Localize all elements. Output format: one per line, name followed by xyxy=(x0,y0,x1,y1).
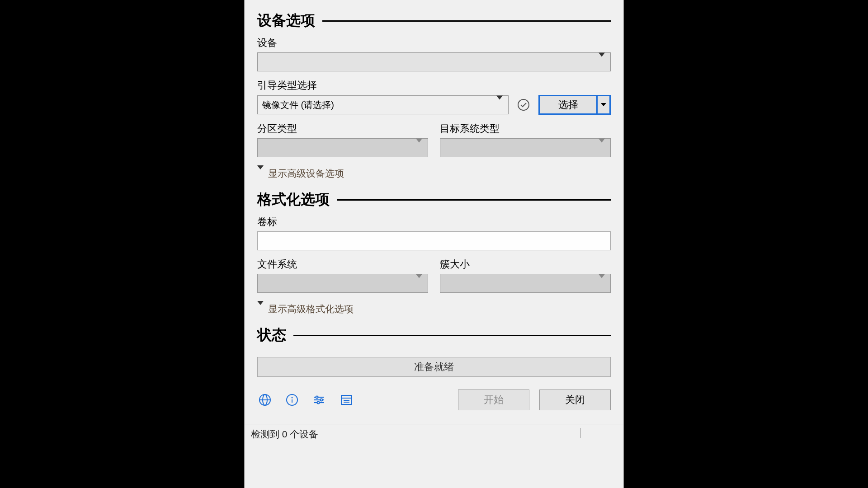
chevron-down-icon xyxy=(599,143,605,153)
volume-label: 卷标 xyxy=(257,215,611,229)
device-label: 设备 xyxy=(257,36,611,50)
chevron-down-icon xyxy=(599,57,605,67)
check-circle-icon[interactable] xyxy=(516,97,531,113)
status-bar: 准备就绪 xyxy=(257,357,611,377)
format-section-header: 格式化选项 xyxy=(257,190,611,210)
boot-type-value: 镜像文件 (请选择) xyxy=(262,99,334,111)
device-section-title: 设备选项 xyxy=(257,11,315,31)
close-button-label: 关闭 xyxy=(565,393,585,407)
chevron-down-icon xyxy=(416,143,422,153)
status-text: 准备就绪 xyxy=(414,360,454,374)
partition-target-row: 分区类型 目标系统类型 xyxy=(257,122,611,157)
target-system-dropdown[interactable] xyxy=(440,138,611,157)
select-button-label: 选择 xyxy=(540,98,596,112)
start-button-label: 开始 xyxy=(484,393,504,407)
filesystem-dropdown[interactable] xyxy=(257,274,428,293)
log-icon[interactable] xyxy=(339,392,354,408)
device-dropdown[interactable] xyxy=(257,52,611,71)
chevron-down-icon xyxy=(599,278,605,289)
cluster-label: 簇大小 xyxy=(440,258,611,271)
globe-icon[interactable] xyxy=(257,392,273,408)
device-section-header: 设备选项 xyxy=(257,11,611,31)
app-window: 设备选项 设备 引导类型选择 镜像文件 (请选择) 选择 xyxy=(244,0,624,488)
footer-divider xyxy=(580,428,581,438)
select-button-dropdown[interactable] xyxy=(598,103,609,107)
boot-row: 镜像文件 (请选择) 选择 xyxy=(257,95,611,115)
partition-label: 分区类型 xyxy=(257,122,428,136)
boot-type-dropdown[interactable]: 镜像文件 (请选择) xyxy=(257,95,509,114)
action-buttons: 开始 关闭 xyxy=(458,389,611,410)
select-button[interactable]: 选择 xyxy=(538,95,611,115)
svg-point-12 xyxy=(317,402,320,404)
advanced-format-toggle[interactable]: 显示高级格式化选项 xyxy=(257,303,611,315)
svg-point-10 xyxy=(316,396,318,399)
format-section-title: 格式化选项 xyxy=(257,190,330,210)
bottom-toolbar: 开始 关闭 xyxy=(257,389,611,410)
advanced-device-toggle[interactable]: 显示高级设备选项 xyxy=(257,167,611,180)
partition-dropdown[interactable] xyxy=(257,138,428,157)
chevron-down-icon xyxy=(496,100,503,110)
filesystem-field: 文件系统 xyxy=(257,258,428,293)
cluster-field: 簇大小 xyxy=(440,258,611,293)
svg-point-0 xyxy=(518,99,529,110)
chevron-down-icon xyxy=(257,305,264,313)
volume-field: 卷标 xyxy=(257,215,611,250)
target-system-label: 目标系统类型 xyxy=(440,122,611,136)
chevron-down-icon xyxy=(416,278,422,289)
filesystem-label: 文件系统 xyxy=(257,258,428,271)
close-button[interactable]: 关闭 xyxy=(539,389,611,410)
sliders-icon[interactable] xyxy=(311,392,327,408)
tool-icon-group xyxy=(257,392,354,408)
footer-device-count: 检测到 0 个设备 xyxy=(251,428,318,441)
chevron-down-icon xyxy=(257,169,264,178)
svg-point-5 xyxy=(292,397,293,399)
volume-input[interactable] xyxy=(257,231,611,250)
footer-status-bar: 检测到 0 个设备 xyxy=(245,424,623,441)
divider-line xyxy=(293,335,611,336)
boot-type-label: 引导类型选择 xyxy=(257,79,611,92)
status-section-title: 状态 xyxy=(257,325,286,345)
partition-field: 分区类型 xyxy=(257,122,428,157)
advanced-device-text: 显示高级设备选项 xyxy=(268,167,344,180)
device-field: 设备 xyxy=(257,36,611,71)
target-system-field: 目标系统类型 xyxy=(440,122,611,157)
boot-type-field: 引导类型选择 镜像文件 (请选择) 选择 xyxy=(257,79,611,115)
status-section-header: 状态 xyxy=(257,325,611,345)
svg-point-11 xyxy=(321,399,323,401)
cluster-dropdown[interactable] xyxy=(440,274,611,293)
divider-line xyxy=(322,20,611,22)
start-button[interactable]: 开始 xyxy=(458,389,529,410)
fs-cluster-row: 文件系统 簇大小 xyxy=(257,258,611,293)
advanced-format-text: 显示高级格式化选项 xyxy=(268,303,354,315)
info-icon[interactable] xyxy=(284,392,300,408)
divider-line xyxy=(337,199,611,201)
